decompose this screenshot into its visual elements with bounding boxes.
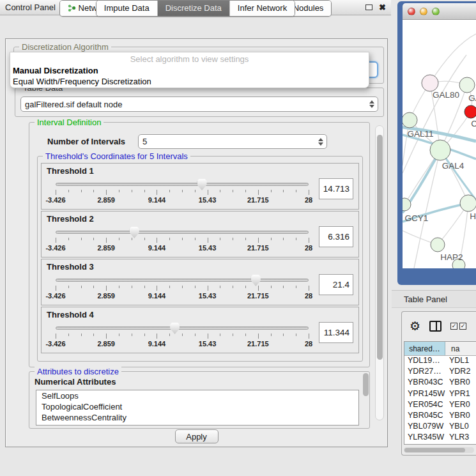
- threshold-panel-4: Threshold 4-3.4262.8599.14415.4321.71528…: [41, 307, 359, 353]
- threshold-slider[interactable]: -3.4262.8599.14415.4321.71528: [56, 322, 309, 351]
- network-node[interactable]: [460, 195, 476, 211]
- threshold-label: Threshold 4: [47, 310, 353, 319]
- numerical-attributes-label: Numerical Attributes: [35, 377, 116, 387]
- table-data-combobox[interactable]: galFiltered.sif default node: [20, 96, 378, 112]
- list-item[interactable]: BetweennessCentrality: [36, 412, 358, 423]
- panel-scrollbar[interactable]: [375, 125, 384, 420]
- network-node[interactable]: [430, 140, 450, 160]
- network-window-titlebar[interactable]: [403, 3, 476, 20]
- network-node[interactable]: [403, 198, 411, 211]
- tab-infer-network[interactable]: Infer Network: [229, 1, 295, 16]
- cyni-toolbox-panel: Discretization Algorithm Select algorith…: [5, 38, 388, 447]
- algorithm-dropdown-popup: Select algorithm to view settings Manual…: [10, 52, 369, 88]
- cell-name: YBR0: [445, 378, 476, 388]
- algorithm-option-manual[interactable]: Manual Discretization: [10, 65, 369, 76]
- table-row[interactable]: YER054CYER0: [404, 400, 476, 411]
- tab-label: Impute Data: [104, 3, 150, 13]
- checkbox-icon[interactable]: ✓: [450, 323, 457, 330]
- tab-impute-data[interactable]: Impute Data: [96, 1, 157, 16]
- table-panel: ⚙ ✓ ✓ shared… na YDL19…YDL1YDR27…YDR2YBR…: [401, 311, 476, 456]
- attributes-listbox[interactable]: SelfLoopsTopologicalCoefficientBetweenne…: [36, 390, 359, 426]
- column-header-name[interactable]: na: [445, 342, 476, 355]
- list-item[interactable]: TopologicalCoefficient: [36, 401, 358, 412]
- attributes-group: Attributes to discretize Numerical Attri…: [29, 371, 370, 429]
- threshold-value-field[interactable]: 6.316: [319, 226, 353, 247]
- node-label: GAL11: [407, 129, 433, 139]
- node-label: HAP2: [440, 252, 463, 262]
- cell-name: YLR3: [445, 433, 476, 443]
- scrollbar-thumb[interactable]: [377, 135, 383, 360]
- control-panel: Control Panel ✖ NetworkStyleSelectCyni T…: [0, 0, 391, 476]
- network-node[interactable]: [403, 112, 417, 128]
- threshold-value-field[interactable]: 14.713: [319, 178, 353, 199]
- gear-icon[interactable]: ⚙: [410, 320, 420, 332]
- network-node[interactable]: [422, 75, 438, 91]
- cell-name: YBR0: [445, 411, 476, 422]
- network-canvas[interactable]: GAL80GACGAL11GAL4GCY1HHAP2: [403, 20, 476, 268]
- slider-thumb[interactable]: [130, 227, 139, 238]
- cell-shared-name: YDR27…: [404, 367, 445, 378]
- tab-discretize-data[interactable]: Discretize Data: [157, 1, 229, 16]
- thresholds-list: Threshold 1-3.4262.8599.14415.4321.71528…: [41, 163, 359, 355]
- mac-minimize-icon[interactable]: [420, 8, 427, 15]
- mac-zoom-icon[interactable]: [432, 8, 440, 15]
- slider-track[interactable]: [56, 231, 309, 234]
- stepper-arrows-icon: [369, 100, 374, 108]
- algorithm-prompt: Select algorithm to view settings: [10, 52, 369, 65]
- thresholds-group: Threshold's Coordinates for 5 Intervals …: [37, 156, 363, 362]
- table-hscrollbar[interactable]: [404, 447, 474, 453]
- list-item[interactable]: SelfLoops: [36, 390, 358, 401]
- cell-name: YIL0: [445, 444, 476, 445]
- mac-close-icon[interactable]: [408, 8, 415, 15]
- table-row[interactable]: YBR045CYBR0: [404, 411, 476, 422]
- network-node[interactable]: [464, 105, 476, 118]
- table-data-group: Table Data galFiltered.sif default node: [15, 88, 384, 117]
- table-row[interactable]: YDR27…YDR2: [404, 367, 476, 378]
- threshold-label: Threshold 2: [47, 214, 353, 224]
- cell-shared-name: YBR043C: [404, 378, 445, 388]
- threshold-slider[interactable]: -3.4262.8599.14415.4321.71528: [56, 226, 309, 256]
- columns-icon[interactable]: [429, 321, 441, 332]
- scrollbar-thumb[interactable]: [404, 448, 465, 452]
- slider-thumb[interactable]: [251, 275, 261, 286]
- cell-shared-name: YER054C: [404, 400, 445, 411]
- column-header-shared-name[interactable]: shared…: [404, 342, 445, 355]
- table-row[interactable]: YIL052CYIL0: [404, 444, 476, 445]
- checkbox-icon[interactable]: ✓: [459, 323, 466, 330]
- table-row[interactable]: YBR043CYBR0: [404, 378, 476, 388]
- num-intervals-value: 5: [142, 137, 147, 146]
- algorithm-group-title: Discretization Algorithm: [19, 42, 111, 52]
- table-panel-toolbar: ⚙ ✓ ✓: [402, 316, 476, 336]
- table-row[interactable]: YLR345WYLR3: [404, 433, 476, 443]
- stepper-arrows-icon: [318, 138, 323, 146]
- tab-label: Discretize Data: [165, 3, 222, 13]
- tab-label: Infer Network: [238, 3, 287, 13]
- threshold-value-field[interactable]: 11.344: [319, 322, 353, 343]
- threshold-label: Threshold 3: [47, 262, 353, 272]
- network-node[interactable]: [431, 238, 445, 252]
- cell-shared-name: YPR145W: [404, 389, 445, 400]
- table-row[interactable]: YBL079WYBL0: [404, 422, 476, 433]
- slider-track[interactable]: [56, 183, 309, 186]
- cell-shared-name: YBR045C: [404, 411, 445, 422]
- attributes-scrollbar[interactable]: [363, 373, 369, 396]
- threshold-label: Threshold 1: [47, 166, 353, 176]
- table-row[interactable]: YPR145WYPR1: [404, 389, 476, 400]
- cell-shared-name: YBL079W: [404, 422, 445, 433]
- slider-track[interactable]: [56, 326, 309, 330]
- table-row[interactable]: YDL19…YDL1: [404, 356, 476, 367]
- network-node[interactable]: [459, 77, 475, 93]
- interval-definition-group: Interval Definition Number of Intervals …: [29, 122, 370, 367]
- slider-thumb[interactable]: [197, 179, 207, 190]
- threshold-slider[interactable]: -3.4262.8599.14415.4321.71528: [56, 274, 309, 303]
- table-header-row: shared… na: [404, 342, 476, 356]
- slider-thumb[interactable]: [170, 323, 180, 334]
- slider-ticks: [56, 190, 309, 196]
- cell-name: YBL0: [445, 422, 476, 433]
- slider-track[interactable]: [56, 279, 309, 282]
- threshold-value-field[interactable]: 21.4: [319, 274, 353, 295]
- num-intervals-combobox[interactable]: 5: [138, 134, 327, 149]
- threshold-slider[interactable]: -3.4262.8599.14415.4321.71528: [56, 178, 309, 208]
- algorithm-option-equal-width[interactable]: Equal Width/Frequency Discretization: [10, 76, 369, 87]
- apply-button[interactable]: Apply: [175, 429, 219, 443]
